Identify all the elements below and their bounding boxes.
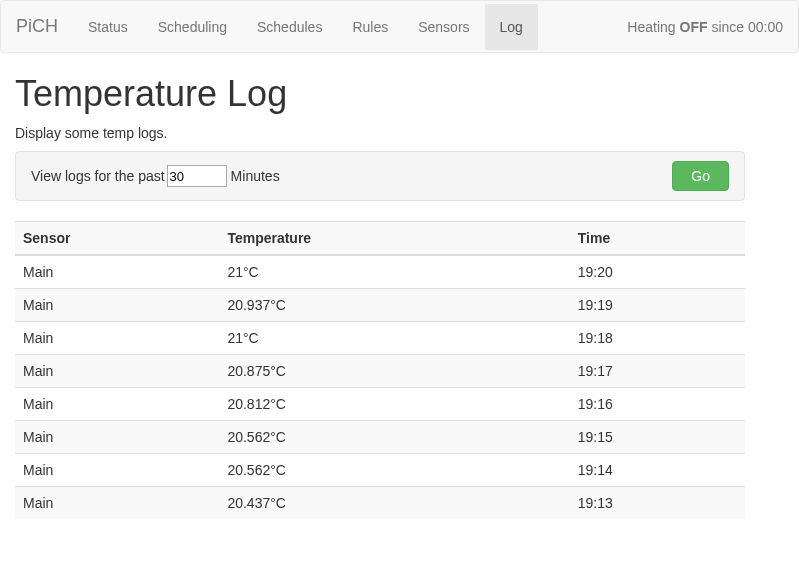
status-state: OFF (680, 19, 708, 35)
table-row: Main20.562°C19:14 (15, 454, 745, 487)
cell-time: 19:18 (570, 322, 745, 355)
cell-temperature: 20.437°C (219, 487, 569, 520)
table-row: Main20.562°C19:15 (15, 421, 745, 454)
nav-item-log[interactable]: Log (485, 4, 538, 50)
header-time: Time (570, 222, 745, 256)
table-row: Main20.437°C19:13 (15, 487, 745, 520)
header-temperature: Temperature (219, 222, 569, 256)
log-table: Sensor Temperature Time Main21°C19:20Mai… (15, 221, 745, 519)
table-row: Main21°C19:18 (15, 322, 745, 355)
nav-item-status[interactable]: Status (73, 4, 143, 50)
table-row: Main20.875°C19:17 (15, 355, 745, 388)
cell-temperature: 20.937°C (219, 289, 569, 322)
table-row: Main20.812°C19:16 (15, 388, 745, 421)
cell-time: 19:20 (570, 255, 745, 289)
cell-sensor: Main (15, 487, 219, 520)
nav-item-schedules[interactable]: Schedules (242, 4, 337, 50)
nav-item-scheduling[interactable]: Scheduling (143, 4, 242, 50)
cell-temperature: 20.562°C (219, 421, 569, 454)
cell-sensor: Main (15, 454, 219, 487)
cell-temperature: 20.562°C (219, 454, 569, 487)
cell-sensor: Main (15, 421, 219, 454)
cell-time: 19:14 (570, 454, 745, 487)
navbar: PiCH StatusSchedulingSchedulesRulesSenso… (0, 0, 799, 53)
heating-status: Heating OFF since 00:00 (627, 19, 783, 35)
page-subtitle: Display some temp logs. (15, 125, 745, 141)
table-header-row: Sensor Temperature Time (15, 222, 745, 256)
nav-item-sensors[interactable]: Sensors (403, 4, 484, 50)
cell-sensor: Main (15, 355, 219, 388)
cell-sensor: Main (15, 388, 219, 421)
cell-time: 19:13 (570, 487, 745, 520)
filter-unit-label: Minutes (231, 168, 280, 184)
cell-temperature: 21°C (219, 255, 569, 289)
go-button[interactable]: Go (672, 161, 729, 191)
header-sensor: Sensor (15, 222, 219, 256)
nav-links: StatusSchedulingSchedulesRulesSensorsLog (73, 4, 538, 50)
brand-link[interactable]: PiCH (16, 1, 73, 52)
cell-time: 19:15 (570, 421, 745, 454)
status-suffix: since 00:00 (708, 19, 784, 35)
cell-time: 19:17 (570, 355, 745, 388)
cell-sensor: Main (15, 255, 219, 289)
cell-sensor: Main (15, 322, 219, 355)
status-prefix: Heating (627, 19, 679, 35)
minutes-input[interactable] (167, 165, 227, 187)
filter-prefix-label: View logs for the past (31, 168, 165, 184)
main-container: Temperature Log Display some temp logs. … (0, 73, 760, 519)
nav-item-rules[interactable]: Rules (337, 4, 403, 50)
cell-temperature: 20.812°C (219, 388, 569, 421)
cell-time: 19:16 (570, 388, 745, 421)
cell-temperature: 20.875°C (219, 355, 569, 388)
table-row: Main20.937°C19:19 (15, 289, 745, 322)
cell-sensor: Main (15, 289, 219, 322)
page-title: Temperature Log (15, 73, 745, 115)
filter-well: View logs for the past Minutes Go (15, 151, 745, 201)
table-row: Main21°C19:20 (15, 255, 745, 289)
cell-temperature: 21°C (219, 322, 569, 355)
cell-time: 19:19 (570, 289, 745, 322)
